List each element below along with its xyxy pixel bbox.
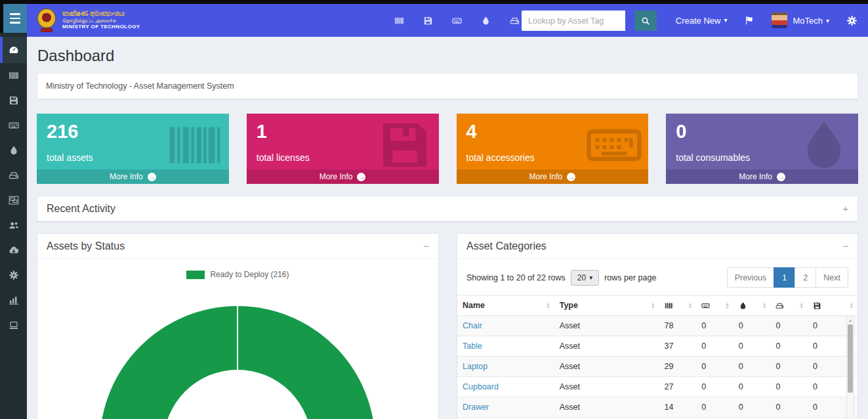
- sort-icon[interactable]: ▴▾: [850, 302, 852, 309]
- flag-icon: [744, 15, 754, 26]
- category-link[interactable]: Drawer: [463, 403, 489, 412]
- table-row: Laptop Asset 29 0 0 0 0: [457, 357, 858, 377]
- info-box-total-licenses[interactable]: 1 total licenses More Info: [247, 114, 439, 184]
- showing-rows-text: Showing 1 to 20 of 22 rows: [466, 273, 566, 282]
- sidebar-item-consumables[interactable]: [0, 138, 27, 163]
- rows-per-page-label: rows per page: [604, 273, 656, 282]
- arrow-circle-right-icon: [357, 173, 365, 181]
- floppy-icon: [423, 16, 433, 26]
- more-info-link[interactable]: More Info: [666, 169, 858, 184]
- sidebar-item-people[interactable]: [0, 213, 27, 238]
- column-header-accessories[interactable]: ▴▾: [696, 296, 734, 316]
- avatar: [772, 12, 787, 28]
- brand-tamil: தொழில்நுட்ப அமைச்சு: [62, 18, 140, 24]
- assets-by-status-title: Assets by Status: [47, 240, 125, 252]
- info-box-total-assets[interactable]: 216 total assets More Info: [37, 114, 229, 184]
- sidebar-item-assets[interactable]: [0, 63, 27, 88]
- collapse-panel-button[interactable]: −: [423, 241, 429, 251]
- components-quicklink[interactable]: [510, 14, 520, 26]
- hdd-icon: [9, 170, 19, 181]
- expand-panel-button[interactable]: +: [842, 204, 848, 213]
- search-button[interactable]: [634, 11, 657, 31]
- assets-quicklink[interactable]: [394, 14, 404, 26]
- column-header-type[interactable]: Type▴▾: [554, 296, 659, 316]
- dashboard-columns: Assets by Status − Ready to Deploy (216)…: [37, 233, 858, 419]
- navbar-quick-links: [394, 4, 520, 37]
- sidebar-item-components[interactable]: [0, 163, 27, 188]
- droplet-icon: [9, 145, 19, 156]
- arrow-circle-right-icon: [567, 173, 575, 181]
- more-info-link[interactable]: More Info: [457, 169, 649, 184]
- asset-categories-title: Asset Categories: [466, 240, 547, 252]
- user-name: MoTech: [793, 16, 829, 26]
- category-link[interactable]: Cupboard: [463, 382, 499, 391]
- sidebar-item-licenses[interactable]: [0, 88, 27, 113]
- pagination-page-1[interactable]: 1: [774, 267, 795, 288]
- table-row: Cupboard Asset 27 0 0 0 0: [457, 377, 858, 397]
- column-header-name[interactable]: Name▴▾: [457, 296, 554, 316]
- info-box-total-consumables[interactable]: 0 total consumables More Info: [666, 114, 858, 184]
- column-header-consumables[interactable]: ▴▾: [734, 296, 771, 316]
- user-menu[interactable]: MoTech: [772, 12, 829, 28]
- sidebar-item-settings[interactable]: [0, 263, 27, 288]
- info-box-total-accessories[interactable]: 4 total accessories More Info: [457, 114, 649, 184]
- column-header-licenses[interactable]: ▴▾: [808, 296, 858, 316]
- pagination-page-2[interactable]: 2: [795, 267, 816, 288]
- cogs-icon: [846, 15, 858, 26]
- collapse-panel-button[interactable]: −: [842, 241, 848, 251]
- sidebar-toggle-button[interactable]: [3, 4, 27, 33]
- sort-icon[interactable]: ▴▾: [800, 302, 803, 309]
- scrollbar-thumb[interactable]: [848, 324, 853, 393]
- asset-categories-table: Name▴▾ Type▴▾ ▴▾ ▴▾ ▴▾ ▴▾ ▴▾ Chair Asset: [457, 295, 858, 419]
- asset-tag-search: [522, 11, 657, 31]
- more-info-link[interactable]: More Info: [247, 169, 439, 184]
- create-new-dropdown[interactable]: Create New: [676, 16, 728, 26]
- category-link[interactable]: Chair: [463, 321, 482, 330]
- barcode-icon: [9, 70, 19, 81]
- licenses-quicklink[interactable]: [423, 14, 433, 26]
- table-scrollbar[interactable]: ▴: [846, 317, 854, 419]
- site-notice-text: Ministry of Technology - Asset Managemen…: [46, 81, 234, 91]
- sidebar-item-import[interactable]: [0, 238, 27, 263]
- consumables-quicklink[interactable]: [481, 14, 491, 26]
- more-info-link[interactable]: More Info: [37, 169, 229, 184]
- droplet-icon: [795, 116, 853, 169]
- admin-settings-button[interactable]: [846, 15, 858, 26]
- tachometer-icon: [9, 45, 19, 55]
- asset-tag-search-input[interactable]: [522, 11, 625, 31]
- sort-icon[interactable]: ▴▾: [689, 302, 692, 309]
- barcode-icon: [665, 301, 673, 310]
- category-link[interactable]: Table: [463, 342, 482, 351]
- main-content: Dashboard Ministry of Technology - Asset…: [27, 37, 868, 419]
- hamburger-icon: [10, 13, 20, 15]
- sort-icon[interactable]: ▴▾: [726, 302, 728, 309]
- asset-categories-panel: Asset Categories − Showing 1 to 20 of 22…: [457, 233, 858, 419]
- sort-icon[interactable]: ▴▾: [547, 302, 549, 309]
- cog-icon: [9, 270, 19, 280]
- category-link[interactable]: Laptop: [463, 362, 487, 371]
- language-flag-button[interactable]: [744, 15, 754, 26]
- chart-legend[interactable]: Ready to Deploy (216): [37, 270, 438, 279]
- sort-icon[interactable]: ▴▾: [763, 302, 766, 309]
- status-donut-chart[interactable]: [100, 306, 375, 419]
- sidebar-item-accessories[interactable]: [0, 113, 27, 138]
- keyboard-icon: [9, 120, 19, 131]
- legend-label: Ready to Deploy (216): [210, 270, 289, 279]
- column-header-components[interactable]: ▴▾: [770, 296, 808, 316]
- scroll-up-arrow[interactable]: ▴: [847, 318, 854, 323]
- sort-icon[interactable]: ▴▾: [651, 302, 654, 309]
- sidebar-item-requestable[interactable]: [0, 313, 27, 338]
- pagination-next[interactable]: Next: [816, 267, 848, 288]
- brand[interactable]: තාක්ෂණ අමාත්‍යාංශය தொழில்நுட்ப அமைச்சு M…: [36, 7, 140, 32]
- sidebar-item-reports[interactable]: [0, 288, 27, 313]
- accessories-quicklink[interactable]: [452, 14, 462, 26]
- pagination-previous[interactable]: Previous: [727, 267, 775, 288]
- sidebar-item-dashboard[interactable]: [0, 37, 27, 63]
- column-header-assets[interactable]: ▴▾: [659, 296, 697, 316]
- floppy-icon: [813, 301, 821, 310]
- page-size-dropdown[interactable]: 20: [571, 270, 599, 286]
- droplet-icon: [481, 16, 491, 26]
- arrow-circle-right-icon: [148, 173, 156, 181]
- sidebar-item-kits[interactable]: [0, 188, 27, 213]
- recent-activity-title: Recent Activity: [47, 203, 115, 215]
